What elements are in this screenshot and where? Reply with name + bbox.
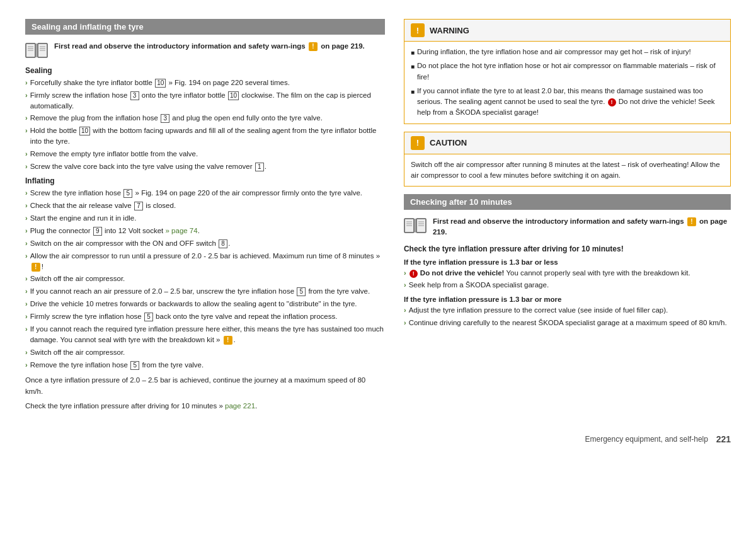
left-column: Sealing and inflating the tyre First rea… [25,19,385,415]
page-footer: Emergency equipment, and self-help 221 [25,422,731,444]
arrow-icon: › [25,299,28,309]
section-title-left: Sealing and inflating the tyre [25,19,385,35]
intro-box-left: First read and observe the introductory … [25,41,385,60]
list-item: › Continue driving carefully to the near… [404,318,731,328]
inflating-heading: Inflating [25,176,385,185]
if-1-3-more-list: › Adjust the tyre inflation pressure to … [404,305,731,328]
list-item: › Switch off the air compressor. [25,273,385,284]
arrow-icon: › [25,287,28,297]
intro-box-right: First read and observe the introductory … [404,216,731,238]
book-icon [25,42,48,60]
arrow-icon: › [25,91,28,101]
list-item: › Check that the air release valve 7 is … [25,200,385,211]
list-item: › Remove the plug from the inflation hos… [25,113,385,124]
warning-title: WARNING [430,26,469,35]
list-item: › Firmly screw the tyre inflation hose 5… [25,311,385,322]
list-item: › Firmly screw the inflation hose 3 onto… [25,90,385,111]
caution-header: ! CAUTION [404,132,730,154]
checking-section: Checking after 10 minutes First read and… [404,194,731,328]
warning-item: ■ If you cannot inflate the tyre to at l… [411,86,724,118]
arrow-icon: › [25,126,28,136]
warning-body: ■ During inflation, the tyre inflation h… [404,42,730,124]
arrow-icon: › [25,188,28,198]
section-title-checking: Checking after 10 minutes [404,194,731,210]
para2: Check the tyre inflation pressure after … [25,401,385,411]
list-item: › ! Do not drive the vehicle! You cannot… [404,268,731,279]
if-1-3-less-list: › ! Do not drive the vehicle! You cannot… [404,268,731,291]
if-1-3-less-heading: If the tyre inflation pressure is 1.3 ba… [404,258,731,266]
arrow-icon: › [25,78,28,88]
caution-body: Switch off the air compressor after runn… [404,154,730,187]
list-item: › Adjust the tyre inflation pressure to … [404,305,731,316]
warning-icon: ! [411,23,425,37]
list-item: › Forcefully shake the tyre inflator bot… [25,78,385,88]
warning-header: ! WARNING [404,20,730,42]
arrow-icon: › [25,113,28,124]
arrow-icon: › [404,280,406,290]
intro-text-right: First read and observe the introductory … [433,216,731,238]
list-item: › Seek help from a ŠKODA specialist gara… [404,280,731,290]
bullet-icon: ■ [411,48,415,57]
inflating-list: › Screw the tyre inflation hose 5 » Fig.… [25,188,385,370]
red-circle-icon: ! [410,270,418,278]
check-bold-line: Check the tyre inflation pressure after … [404,244,731,253]
list-item: › Switch on the air compressor with the … [25,238,385,249]
list-item: › Allow the air compressor to run until … [25,251,385,272]
list-item: › Screw the tyre inflation hose 5 » Fig.… [25,188,385,198]
list-item: › If you cannot reach the required tyre … [25,324,385,345]
list-item: › If you cannot reach an air pressure of… [25,286,385,297]
warning-item: ■ During inflation, the tyre inflation h… [411,47,724,57]
arrow-icon: › [25,325,28,335]
list-item: › Screw the valve core back into the tyr… [25,161,385,172]
arrow-icon: › [25,201,28,211]
sealing-list: › Forcefully shake the tyre inflator bot… [25,78,385,171]
page-link: page 221 [225,402,255,410]
page-number: 221 [716,434,731,444]
arrow-icon: › [25,226,28,236]
arrow-icon: › [404,306,406,316]
intro-text-left: First read and observe the introductory … [54,41,365,52]
arrow-icon: › [25,274,28,284]
arrow-icon: › [25,348,28,358]
sealing-heading: Sealing [25,66,385,75]
if-1-3-more-heading: If the tyre inflation pressure is 1.3 ba… [404,296,731,303]
bullet-icon: ■ [411,62,415,71]
right-column: ! WARNING ■ During inflation, the tyre i… [404,19,731,415]
list-item: › Drive the vehicle 10 metres forwards o… [25,299,385,309]
arrow-icon: › [404,268,406,279]
arrow-icon: › [25,149,28,159]
arrow-icon: › [25,162,28,172]
red-circle-icon: ! [608,98,616,106]
book-icon-right [404,217,427,235]
list-item: › Start the engine and run it in idle. [25,213,385,224]
arrow-icon: › [25,312,28,322]
warn-icon-inline: ! [32,263,40,272]
arrow-icon: › [25,239,28,249]
list-item: › Remove the tyre inflation hose 5 from … [25,360,385,371]
bullet-icon: ■ [411,87,415,96]
list-item: › Switch off the air compressor. [25,347,385,358]
caution-title: CAUTION [430,138,467,147]
list-item: › Plug the connector 9 into 12 Volt sock… [25,226,385,236]
warning-item: ■ Do not place the hot tyre inflation ho… [411,60,724,83]
arrow-icon: › [25,251,28,262]
para1: Once a tyre inflation pressure of 2.0 – … [25,375,385,397]
warn-icon-intro-left: ! [309,42,318,51]
list-item: › Hold the bottle 10 with the bottom fac… [25,125,385,146]
caution-icon: ! [411,136,425,150]
warn-icon-intro-right: ! [687,217,696,226]
arrow-icon: › [404,318,406,328]
warn-icon-inline2: ! [224,336,232,345]
arrow-icon: › [25,360,28,371]
warning-box: ! WARNING ■ During inflation, the tyre i… [404,19,731,124]
list-item: › Remove the empty tyre inflator bottle … [25,149,385,159]
arrow-icon: › [25,214,28,224]
footer-label: Emergency equipment, and self-help [585,435,708,444]
caution-box: ! CAUTION Switch off the air compressor … [404,132,731,187]
